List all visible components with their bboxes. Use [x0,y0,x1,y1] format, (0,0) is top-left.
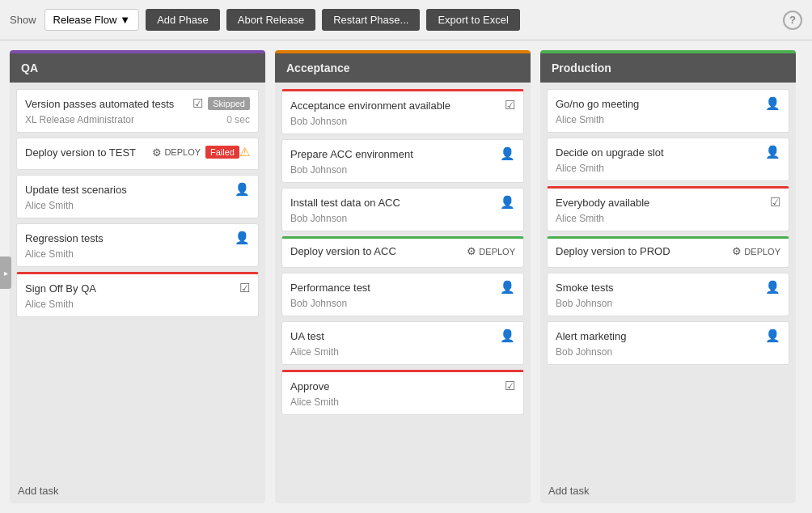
release-flow-dropdown[interactable]: Release Flow ▼ [44,9,140,31]
add-task-link[interactable]: Add task [540,478,796,503]
failed-badge: Failed [205,146,239,159]
add-task-link[interactable]: Add task [10,478,265,503]
task-meta-row: Bob Johnson [290,213,515,224]
task-card[interactable]: Performance test👤Bob Johnson [281,273,524,316]
task-card[interactable]: Smoke tests👤Bob Johnson [547,273,789,316]
user-icon: 👤 [235,182,250,197]
user-icon: 👤 [235,231,250,245]
task-title-row: Regression tests👤 [25,231,250,245]
task-title-row: Deploy version to TEST⚙DEPLOYFailed⚠ [25,145,250,159]
task-title-row: Go/no go meeting👤 [556,96,780,111]
task-title: Smoke tests [556,282,765,294]
show-label: Show [10,14,36,26]
deploy-text: DEPLOY [479,247,515,256]
task-title-row: Update test scenarios👤 [25,182,250,197]
task-card[interactable]: Decide on upgrade slot👤Alice Smith [547,138,789,181]
task-title: Deploy version to PROD [556,245,732,257]
task-meta-row: Alice Smith [556,163,780,174]
topbar: Show Release Flow ▼ Add Phase Abort Rele… [0,0,812,40]
user-icon: 👤 [500,146,515,161]
task-title: Update test scenarios [25,184,235,196]
task-card[interactable]: Everybody available☑Alice Smith [547,186,789,231]
task-card[interactable]: Deploy version to TEST⚙DEPLOYFailed⚠ [16,138,259,170]
task-meta-row: Alice Smith [25,248,250,260]
task-title: UA test [290,330,500,342]
phase-header-production: Production [540,50,796,83]
task-meta-row: Bob Johnson [556,346,780,358]
phase-col-acceptance: AcceptanceAcceptance environment availab… [275,50,531,503]
task-title-row: UA test👤 [290,329,515,343]
task-assignee: Alice Smith [290,396,339,408]
task-card[interactable]: Sign Off By QA☑Alice Smith [16,272,259,317]
task-meta-row: Alice Smith [556,114,780,125]
task-title: Performance test [290,282,500,294]
user-icon: 👤 [765,280,780,295]
task-assignee: Bob Johnson [556,346,612,358]
task-title: Acceptance environment available [290,100,505,112]
task-meta-row: Alice Smith [290,346,515,358]
task-card[interactable]: Go/no go meeting👤Alice Smith [547,89,789,133]
task-title-row: Performance test👤 [290,280,515,295]
task-meta-row: Alice Smith [25,200,250,211]
task-assignee: Bob Johnson [290,164,347,176]
phase-tasks-production: Go/no go meeting👤Alice SmithDecide on up… [540,83,796,478]
deploy-text: DEPLOY [744,247,780,256]
task-assignee: Bob Johnson [556,298,612,309]
check-icon: ☑ [505,379,515,393]
task-meta-row: Bob Johnson [290,298,515,309]
warning-icon: ⚠ [239,145,250,159]
task-title: Alert marketing [556,330,765,342]
user-icon: 👤 [500,195,515,210]
task-card[interactable]: Deploy version to PROD⚙DEPLOY [547,236,789,268]
task-card[interactable]: Alert marketing👤Bob Johnson [547,321,789,365]
task-assignee: Bob Johnson [290,298,347,309]
user-icon: 👤 [500,329,515,343]
task-assignee: Alice Smith [25,248,74,260]
task-card[interactable]: Deploy version to ACC⚙DEPLOY [281,236,524,268]
task-assignee: Alice Smith [556,163,604,174]
task-assignee: Alice Smith [556,213,604,224]
task-card[interactable]: Install test data on ACC👤Bob Johnson [281,188,524,231]
task-card[interactable]: Prepare ACC environment👤Bob Johnson [281,139,524,183]
dropdown-label: Release Flow [53,14,117,26]
task-card[interactable]: UA test👤Alice Smith [281,321,524,365]
deploy-icon: ⚙ [152,146,162,159]
task-meta-row: Bob Johnson [556,298,780,309]
help-button[interactable]: ? [783,11,802,30]
restart-phase-button[interactable]: Restart Phase... [322,9,420,31]
task-title-row: Install test data on ACC👤 [290,195,515,210]
task-meta-row: XL Release Administrator0 sec [25,114,250,125]
task-assignee: Alice Smith [25,299,74,310]
task-title-row: Prepare ACC environment👤 [290,146,515,161]
task-title: Deploy version to TEST [25,146,152,159]
add-phase-button[interactable]: Add Phase [146,9,220,31]
task-title: Regression tests [25,232,235,244]
task-title: Prepare ACC environment [290,148,500,160]
task-card[interactable]: Version passes automated tests☑SkippedXL… [16,89,259,133]
task-meta-row: Bob Johnson [290,164,515,176]
task-meta-row: Alice Smith [556,213,780,224]
task-title: Install test data on ACC [290,197,500,209]
task-title-row: Sign Off By QA☑ [25,281,250,295]
deploy-icon: ⚙ [732,245,742,257]
task-card[interactable]: Regression tests👤Alice Smith [16,223,259,267]
check-icon: ☑ [505,98,515,112]
task-assignee: Bob Johnson [290,213,347,224]
chevron-down-icon: ▼ [120,14,130,26]
export-excel-button[interactable]: Export to Excel [426,9,519,31]
task-card[interactable]: Acceptance environment available☑Bob Joh… [281,89,524,134]
task-title-row: Alert marketing👤 [556,329,780,343]
collapse-tab[interactable]: ▸ [0,256,11,289]
task-card[interactable]: Update test scenarios👤Alice Smith [16,175,259,218]
abort-release-button[interactable]: Abort Release [226,9,315,31]
task-title: Everybody available [556,197,770,209]
task-time: 0 sec [226,114,250,125]
user-icon: 👤 [765,145,780,159]
task-title-row: Version passes automated tests☑Skipped [25,96,250,111]
task-title: Version passes automated tests [25,98,192,110]
task-title: Sign Off By QA [25,282,239,295]
phase-tasks-qa: Version passes automated tests☑SkippedXL… [10,83,265,478]
user-icon: 👤 [500,280,515,295]
task-title: Deploy version to ACC [290,245,467,257]
task-card[interactable]: Approve☑Alice Smith [281,370,524,415]
